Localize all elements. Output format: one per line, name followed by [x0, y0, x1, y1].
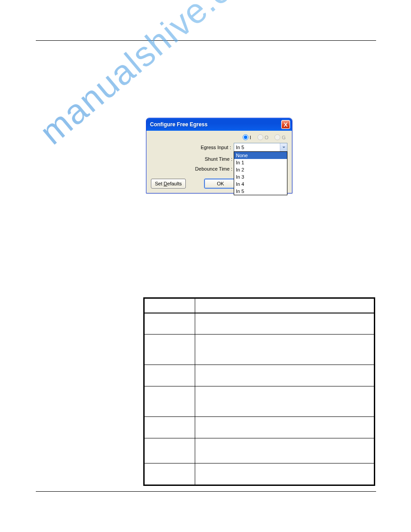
debounce-time-label: Debounce Time :	[151, 166, 232, 172]
table-cell	[195, 438, 374, 463]
table-cell	[145, 313, 195, 335]
dialog-title: Configure Free Egress	[150, 121, 208, 128]
egress-input-label: Egress Input :	[201, 145, 231, 150]
table-header-cell	[195, 299, 374, 313]
page-hr-top	[36, 40, 376, 41]
egress-input-value: In 5	[236, 145, 244, 150]
table-cell	[145, 438, 195, 463]
btn-accel: D	[164, 181, 167, 186]
configure-free-egress-dialog: Configure Free Egress X I O G	[146, 118, 292, 193]
table-row	[145, 365, 374, 386]
egress-input-row: Egress Input : In 5	[151, 143, 287, 152]
radio-g-label: G	[282, 135, 286, 140]
table-row	[145, 386, 374, 417]
table-cell	[195, 386, 374, 417]
radio-o-input	[257, 134, 263, 140]
table-row	[145, 417, 374, 438]
dropdown-option-none[interactable]: None	[234, 152, 287, 159]
table-row	[145, 438, 374, 463]
dropdown-option-in5[interactable]: In 5	[234, 188, 287, 195]
table-cell	[145, 386, 195, 417]
shunt-time-label: Shunt Time :	[151, 156, 232, 162]
dialog-body: I O G Egress Input : In 5	[146, 131, 292, 193]
dialog-titlebar[interactable]: Configure Free Egress X	[146, 118, 292, 131]
table-cell	[195, 463, 374, 485]
egress-dropdown-list[interactable]: None In 1 In 2 In 3 In 4 In 5	[234, 151, 287, 195]
table-cell	[145, 417, 195, 438]
close-button[interactable]: X	[281, 120, 290, 129]
table-row	[145, 463, 374, 485]
radio-g-input	[274, 134, 280, 140]
fields-area: Egress Input : In 5 Shunt Time : Debounc…	[151, 143, 287, 172]
close-icon: X	[284, 121, 288, 128]
set-defaults-button[interactable]: Set Defaults	[151, 179, 186, 189]
page-hr-bottom	[36, 491, 376, 492]
btn-text: efaults	[167, 181, 182, 186]
radio-i-label: I	[250, 135, 251, 140]
table-header-cell	[145, 299, 195, 313]
table-row	[145, 335, 374, 365]
dialog-container: Configure Free Egress X I O G	[146, 118, 292, 193]
table-cell	[195, 417, 374, 438]
ok-button[interactable]: OK	[204, 179, 236, 189]
table-header-row	[145, 299, 374, 313]
empty-table	[143, 297, 375, 486]
btn-text: Set	[155, 181, 164, 186]
table-cell	[195, 365, 374, 386]
table-cell	[195, 335, 374, 365]
radio-group-io: I O G	[151, 133, 287, 143]
dropdown-option-in2[interactable]: In 2	[234, 166, 287, 173]
dropdown-option-in3[interactable]: In 3	[234, 173, 287, 180]
radio-i-input[interactable]	[243, 134, 248, 140]
radio-g[interactable]: G	[274, 134, 286, 140]
radio-i[interactable]: I	[243, 134, 251, 140]
table-cell	[145, 365, 195, 386]
table-cell	[145, 335, 195, 365]
table-cell	[195, 313, 374, 335]
radio-o-label: O	[265, 135, 269, 140]
dropdown-option-in1[interactable]: In 1	[234, 159, 287, 166]
table	[144, 298, 374, 485]
dropdown-option-in4[interactable]: In 4	[234, 180, 287, 188]
radio-o[interactable]: O	[257, 134, 269, 140]
chevron-down-icon	[280, 143, 287, 151]
table-row	[145, 313, 374, 335]
table-cell	[145, 463, 195, 485]
egress-input-combobox[interactable]: In 5	[234, 143, 287, 152]
